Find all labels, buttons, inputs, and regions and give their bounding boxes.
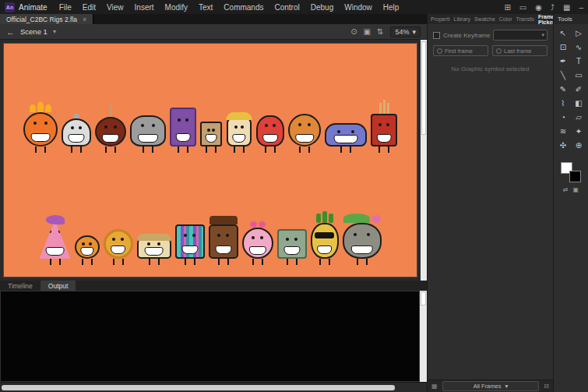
panel-tab-color[interactable]: Color bbox=[499, 16, 512, 22]
panel-tab-library[interactable]: Library bbox=[454, 16, 470, 22]
zoom-select[interactable]: 54% ▾ bbox=[390, 26, 421, 37]
document-tab[interactable]: Official_C2BC Rigs 2.fla × bbox=[0, 14, 93, 24]
stage-canvas[interactable] bbox=[3, 43, 417, 277]
menu-item-insert[interactable]: Insert bbox=[129, 3, 160, 12]
back-arrow-icon[interactable]: ← bbox=[6, 27, 15, 37]
output-scrollbar[interactable] bbox=[420, 291, 427, 382]
character-crate[interactable] bbox=[200, 122, 222, 153]
output-console[interactable] bbox=[0, 291, 420, 382]
menu-item-commands[interactable]: Commands bbox=[218, 3, 269, 12]
zoom-tool[interactable]: ⊕ bbox=[572, 140, 585, 150]
keyframe-dropdown[interactable]: ▾ bbox=[493, 30, 548, 41]
book-body bbox=[170, 108, 196, 147]
panel-tab-swatche[interactable]: Swatche bbox=[474, 16, 495, 22]
glitch-body bbox=[175, 224, 205, 259]
scrollbar-thumb[interactable] bbox=[421, 291, 426, 305]
character-cabinet[interactable] bbox=[277, 229, 307, 265]
character-fish[interactable] bbox=[256, 115, 284, 153]
mouth bbox=[111, 245, 126, 254]
menu-item-view[interactable]: View bbox=[101, 3, 129, 12]
scene-caret-icon[interactable]: ▾ bbox=[53, 28, 56, 35]
share-icon[interactable]: ⤴ bbox=[551, 3, 555, 12]
eyedropper-tool[interactable]: ◔ bbox=[557, 112, 569, 122]
menu-item-control[interactable]: Control bbox=[269, 3, 305, 12]
center-stage-icon[interactable]: ⊙ bbox=[350, 27, 357, 36]
pen-tool[interactable]: ✒ bbox=[557, 56, 569, 66]
bone-tool[interactable]: ⌇ bbox=[557, 98, 569, 108]
tab-output[interactable]: Output bbox=[40, 281, 76, 291]
stage-vertical-scrollbar[interactable] bbox=[421, 40, 427, 281]
character-tangerine[interactable] bbox=[75, 235, 100, 265]
grid-view-icon[interactable]: ▦ bbox=[431, 383, 438, 390]
character-blonde[interactable] bbox=[226, 112, 252, 153]
zoom-stepper-icon[interactable]: ⇅ bbox=[377, 27, 383, 36]
menu-item-modify[interactable]: Modify bbox=[160, 3, 193, 12]
clip-content-icon[interactable]: ▣ bbox=[364, 27, 371, 36]
size-slider-icon[interactable]: ⊟ bbox=[544, 383, 549, 390]
scrollbar-thumb[interactable] bbox=[2, 385, 395, 390]
first-frame-field[interactable]: First frame bbox=[433, 45, 488, 56]
character-rock[interactable] bbox=[343, 214, 382, 265]
character-bread[interactable] bbox=[137, 234, 171, 265]
hand-tool[interactable]: ✣ bbox=[557, 140, 569, 150]
create-keyframe-checkbox[interactable] bbox=[433, 32, 440, 39]
brush-tool[interactable]: ✐ bbox=[572, 84, 585, 94]
subselection-tool[interactable]: ▷ bbox=[572, 28, 585, 38]
stroke-color-swatch[interactable] bbox=[569, 171, 581, 182]
test-movie-icon[interactable]: ◉ bbox=[535, 3, 542, 12]
character-glitch[interactable] bbox=[175, 224, 205, 265]
menu-item-text[interactable]: Text bbox=[193, 3, 218, 12]
rectangle-tool[interactable]: ▭ bbox=[572, 70, 585, 80]
character-book[interactable] bbox=[170, 108, 196, 153]
selection-tool[interactable]: ↖ bbox=[557, 28, 569, 38]
pencil-tool[interactable]: ✎ bbox=[557, 84, 569, 94]
close-icon[interactable]: × bbox=[83, 16, 86, 23]
default-colors-icon[interactable]: ▣ bbox=[573, 186, 579, 193]
character-firey[interactable] bbox=[23, 101, 58, 153]
character-barrel[interactable] bbox=[209, 216, 238, 265]
leg bbox=[143, 147, 144, 153]
swap-colors-icon[interactable]: ⇄ bbox=[563, 186, 569, 193]
device-preview-icon[interactable]: ▭ bbox=[519, 3, 526, 12]
line-tool[interactable]: ╲ bbox=[557, 70, 569, 80]
menu-item-window[interactable]: Window bbox=[339, 3, 378, 12]
leg bbox=[59, 259, 61, 265]
character-kettle[interactable] bbox=[130, 115, 166, 153]
eraser-tool[interactable]: ▱ bbox=[572, 112, 585, 122]
panel-tab-transfo[interactable]: Transfo bbox=[516, 16, 534, 22]
workspace-icon[interactable]: ⊞ bbox=[504, 3, 510, 12]
scene-name[interactable]: Scene 1 bbox=[20, 27, 48, 36]
menu-item-help[interactable]: Help bbox=[378, 3, 405, 12]
width-tool[interactable]: ≋ bbox=[557, 126, 569, 136]
character-bell[interactable] bbox=[62, 114, 91, 153]
all-frames-dropdown[interactable]: All Frames ▾ bbox=[442, 381, 540, 391]
last-frame-field[interactable]: Last frame bbox=[492, 45, 548, 56]
menu-item-debug[interactable]: Debug bbox=[305, 3, 339, 12]
character-pineapple[interactable] bbox=[311, 211, 339, 265]
panel-tab-properti[interactable]: Properti bbox=[431, 16, 450, 22]
character-car[interactable] bbox=[325, 123, 367, 153]
character-cone[interactable] bbox=[40, 215, 71, 265]
horizontal-scrollbar[interactable] bbox=[0, 382, 427, 392]
panel-tab-frame-picker[interactable]: Frame Picker bbox=[538, 14, 555, 25]
free-transform-tool[interactable]: ⊡ bbox=[557, 42, 569, 52]
leg bbox=[388, 147, 389, 153]
minimize-icon[interactable]: – bbox=[579, 3, 583, 12]
panels-icon[interactable]: ▦ bbox=[563, 3, 570, 12]
paint-bucket-tool[interactable]: ◧ bbox=[572, 98, 585, 108]
character-incense[interactable] bbox=[371, 100, 397, 153]
character-candy-apple[interactable] bbox=[95, 104, 126, 153]
menu-item-file[interactable]: File bbox=[54, 3, 77, 12]
text-tool[interactable]: T bbox=[572, 56, 585, 66]
scrollbar-thumb[interactable] bbox=[421, 41, 426, 135]
lasso-tool[interactable]: ∿ bbox=[572, 42, 585, 52]
character-donut[interactable] bbox=[242, 221, 273, 265]
character-orange-ball[interactable] bbox=[288, 114, 321, 153]
menu-item-edit[interactable]: Edit bbox=[77, 3, 101, 12]
tab-timeline[interactable]: Timeline bbox=[0, 281, 40, 291]
leg bbox=[366, 259, 368, 265]
asset-warp-tool[interactable]: ✦ bbox=[572, 126, 585, 136]
leg bbox=[80, 147, 82, 153]
legs bbox=[299, 147, 310, 153]
character-coin[interactable] bbox=[104, 229, 133, 265]
